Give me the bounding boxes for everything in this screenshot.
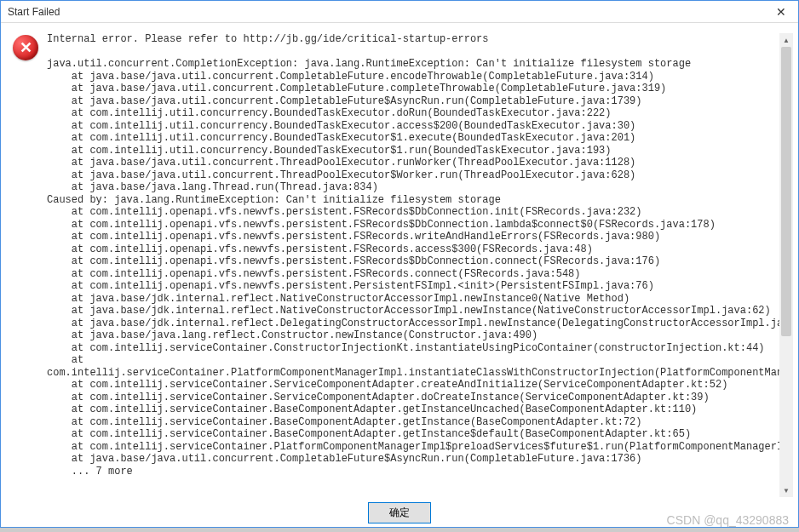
error-icon: ✕: [13, 35, 38, 60]
close-button[interactable]: ✕: [764, 1, 798, 23]
window-title: Start Failed: [8, 6, 60, 18]
error-x-glyph: ✕: [20, 38, 32, 57]
error-message: Internal error. Please refer to http://j…: [47, 33, 793, 478]
dialog-body: ✕ Internal error. Please refer to http:/…: [1, 23, 798, 497]
content-column: Internal error. Please refer to http://j…: [47, 33, 793, 497]
close-icon: ✕: [776, 5, 786, 19]
watermark: CSDN @qq_43290883: [667, 513, 789, 527]
titlebar: Start Failed ✕: [1, 1, 798, 23]
ok-button[interactable]: 确定: [368, 502, 431, 523]
icon-column: ✕: [13, 33, 47, 497]
scroll-track[interactable]: [779, 47, 793, 483]
vertical-scrollbar[interactable]: ▲ ▼: [779, 33, 793, 497]
dialog-window: Start Failed ✕ ✕ Internal error. Please …: [0, 0, 799, 528]
scroll-down-icon[interactable]: ▼: [779, 483, 793, 497]
scroll-thumb[interactable]: [781, 47, 791, 336]
scroll-up-icon[interactable]: ▲: [779, 33, 793, 47]
